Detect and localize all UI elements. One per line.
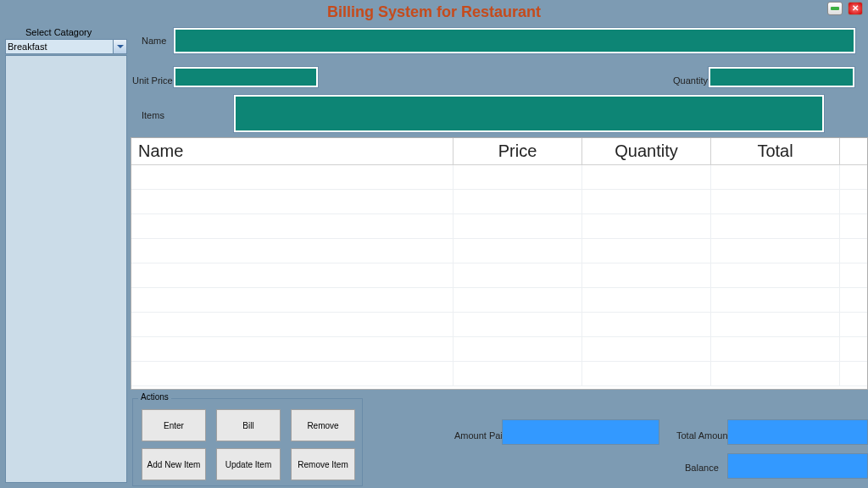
dropdown-button[interactable] — [113, 40, 126, 53]
bill-button[interactable]: Bill — [216, 409, 281, 441]
actions-group: Actions Enter Bill Remove Add New Item U… — [132, 398, 363, 486]
add-new-item-button[interactable]: Add New Item — [142, 448, 206, 480]
column-header-total[interactable]: Total — [711, 138, 840, 164]
quantity-label: Quantity — [673, 75, 708, 86]
name-input[interactable] — [174, 28, 855, 53]
table-row[interactable] — [131, 313, 867, 337]
amount-paid-input[interactable] — [502, 419, 659, 445]
table-row[interactable] — [131, 239, 867, 263]
close-button[interactable]: ✕ — [848, 2, 863, 15]
table-row[interactable] — [131, 165, 867, 190]
items-label: Items — [142, 110, 164, 120]
total-amount-label: Total Amount — [676, 430, 731, 441]
remove-button[interactable]: Remove — [291, 409, 355, 441]
close-icon: ✕ — [852, 4, 859, 13]
minimize-icon — [831, 7, 839, 10]
table-row[interactable] — [131, 288, 867, 313]
table-row[interactable] — [131, 214, 867, 239]
table-row[interactable] — [131, 337, 867, 362]
table-row[interactable] — [131, 362, 867, 386]
chevron-down-icon — [117, 45, 124, 48]
actions-legend: Actions — [138, 392, 171, 402]
total-amount-input[interactable] — [727, 419, 868, 445]
remove-item-button[interactable]: Remove Item — [291, 448, 355, 480]
table-header-row: Name Price Quantity Total — [131, 138, 867, 165]
page-title: Billing System for Restaurant — [0, 3, 868, 21]
window-controls: ✕ — [827, 2, 863, 15]
enter-button[interactable]: Enter — [142, 409, 206, 441]
bill-items-table[interactable]: Name Price Quantity Total — [131, 137, 868, 390]
items-input[interactable] — [234, 95, 824, 132]
column-header-quantity[interactable]: Quantity — [582, 138, 711, 164]
category-select-value: Breakfast — [6, 42, 113, 52]
table-row[interactable] — [131, 263, 867, 288]
category-items-list[interactable] — [5, 55, 127, 483]
minimize-button[interactable] — [827, 2, 843, 15]
column-header-spacer — [840, 138, 867, 164]
table-row[interactable] — [131, 190, 867, 214]
quantity-input[interactable] — [709, 67, 854, 87]
column-header-name[interactable]: Name — [131, 138, 453, 164]
unit-price-label: Unit Price — [132, 75, 173, 86]
category-select[interactable]: Breakfast — [5, 39, 127, 54]
update-item-button[interactable]: Update Item — [216, 448, 281, 480]
table-body — [131, 165, 867, 386]
column-header-price[interactable]: Price — [453, 138, 582, 164]
name-label: Name — [142, 36, 166, 46]
category-label: Select Catagory — [25, 27, 92, 37]
amount-paid-label: Amount Paid — [454, 430, 508, 441]
balance-input[interactable] — [727, 453, 868, 479]
balance-label: Balance — [685, 463, 719, 473]
unit-price-input[interactable] — [174, 67, 318, 87]
